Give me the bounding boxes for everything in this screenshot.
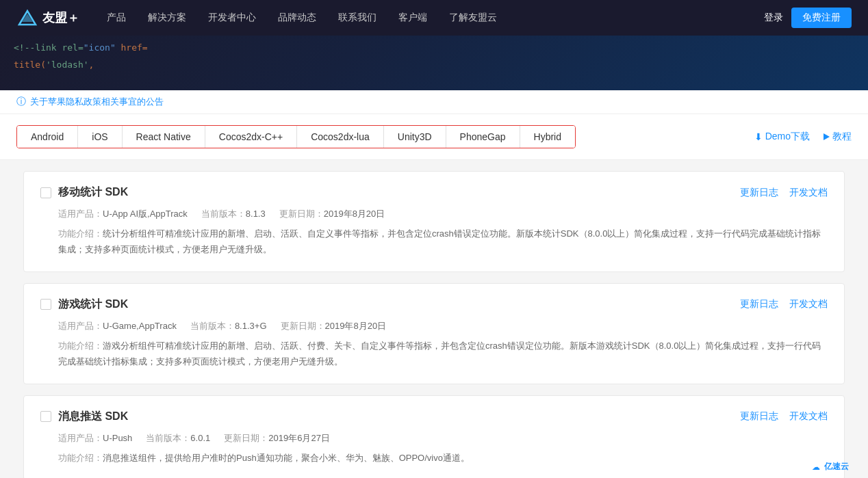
sdk-links-1: 更新日志 开发文档 bbox=[740, 187, 828, 199]
sdk-version-label-1: 当前版本： bbox=[201, 209, 246, 219]
sdk-product-value-1: U-App AI版,AppTrack bbox=[103, 209, 188, 219]
footer-bar: ☁ 亿速云 bbox=[806, 455, 854, 478]
tab-bar: Android iOS React Native Cocos2dx-C++ Co… bbox=[16, 125, 576, 148]
sdk-card-header-3: 消息推送 SDK 更新日志 开发文档 bbox=[40, 410, 828, 424]
tutorial-link[interactable]: 教程 bbox=[824, 131, 852, 143]
nav-products[interactable]: 产品 bbox=[107, 12, 126, 24]
sdk-version-value-2: 8.1.3+G bbox=[235, 321, 267, 331]
download-icon: ⬇ bbox=[754, 131, 763, 142]
sdk-desc-label-1: 功能介绍： bbox=[58, 228, 103, 239]
sdk-card-mobile-stats: 移动统计 SDK 更新日志 开发文档 适用产品：U-App AI版,AppTra… bbox=[23, 171, 845, 272]
sdk-docs-2[interactable]: 开发文档 bbox=[789, 298, 828, 310]
sdk-changelog-2[interactable]: 更新日志 bbox=[740, 298, 778, 310]
tab-react-native[interactable]: React Native bbox=[123, 126, 205, 148]
footer-logo-text: 亿速云 bbox=[824, 461, 849, 473]
sdk-docs-1[interactable]: 开发文档 bbox=[789, 187, 828, 199]
register-button[interactable]: 免费注册 bbox=[791, 8, 852, 28]
tab-cocos2dx-cpp[interactable]: Cocos2dx-C++ bbox=[205, 126, 297, 148]
sdk-version-value-3: 6.0.1 bbox=[190, 433, 210, 443]
tab-section: Android iOS React Native Cocos2dx-C++ Co… bbox=[0, 114, 868, 160]
hero-code: <!--link rel="icon" href= title('lodash'… bbox=[14, 41, 148, 72]
sdk-desc-1: 功能介绍：统计分析组件可精准统计应用的新增、启动、活跃、自定义事件等指标，并包含… bbox=[58, 226, 828, 258]
nav-solutions[interactable]: 解决方案 bbox=[148, 12, 186, 24]
sdk-date-value-2: 2019年8月20日 bbox=[325, 321, 387, 331]
sdk-version-label-2: 当前版本： bbox=[190, 321, 235, 331]
sdk-desc-label-3: 功能介绍： bbox=[58, 453, 103, 463]
sdk-desc-text-1: 统计分析组件可精准统计应用的新增、启动、活跃、自定义事件等指标，并包含定位cra… bbox=[58, 228, 821, 254]
main-content: 移动统计 SDK 更新日志 开发文档 适用产品：U-App AI版,AppTra… bbox=[0, 160, 868, 478]
nav-client[interactable]: 客户端 bbox=[398, 12, 427, 24]
sdk-date-label-2: 更新日期： bbox=[281, 321, 325, 331]
nav-about[interactable]: 了解友盟云 bbox=[449, 12, 497, 24]
tab-android[interactable]: Android bbox=[17, 126, 78, 148]
sdk-title-2: 游戏统计 SDK bbox=[58, 297, 128, 312]
sdk-date-label-3: 更新日期： bbox=[224, 433, 268, 443]
sdk-meta-3: 适用产品：U-Push 当前版本：6.0.1 更新日期：2019年6月27日 bbox=[58, 432, 828, 444]
sdk-version-label-3: 当前版本： bbox=[146, 433, 190, 443]
sdk-date-value-1: 2019年8月20日 bbox=[324, 209, 385, 219]
cloud-icon: ☁ bbox=[812, 462, 820, 472]
sdk-links-3: 更新日志 开发文档 bbox=[740, 410, 828, 423]
sdk-links-2: 更新日志 开发文档 bbox=[740, 298, 828, 310]
sdk-docs-3[interactable]: 开发文档 bbox=[789, 410, 828, 423]
logo[interactable]: 友盟＋ bbox=[16, 8, 79, 27]
navbar-actions: 登录 免费注册 bbox=[764, 8, 852, 28]
sdk-title-1: 移动统计 SDK bbox=[58, 185, 128, 200]
navbar-nav: 产品 解决方案 开发者中心 品牌动态 联系我们 客户端 了解友盟云 bbox=[107, 12, 764, 24]
play-icon bbox=[824, 133, 830, 140]
sdk-product-value-3: U-Push bbox=[103, 433, 132, 443]
sdk-changelog-3[interactable]: 更新日志 bbox=[740, 410, 778, 423]
sdk-meta-2: 适用产品：U-Game,AppTrack 当前版本：8.1.3+G 更新日期：2… bbox=[58, 320, 828, 332]
sdk-version-value-1: 8.1.3 bbox=[246, 209, 266, 219]
sdk-checkbox-2[interactable] bbox=[40, 299, 51, 310]
notice-bar: ⓘ 关于苹果隐私政策相关事宜的公告 bbox=[0, 90, 868, 114]
tab-cocos2dx-lua[interactable]: Cocos2dx-lua bbox=[297, 126, 384, 148]
tab-ios[interactable]: iOS bbox=[78, 126, 122, 148]
sdk-title-area-2: 游戏统计 SDK bbox=[40, 297, 128, 312]
sdk-product-label-2: 适用产品： bbox=[58, 321, 103, 331]
sdk-meta-1: 适用产品：U-App AI版,AppTrack 当前版本：8.1.3 更新日期：… bbox=[58, 208, 828, 220]
logo-icon bbox=[16, 8, 38, 27]
nav-developer[interactable]: 开发者中心 bbox=[208, 12, 256, 24]
sdk-checkbox-1[interactable] bbox=[40, 187, 51, 198]
sdk-card-header-2: 游戏统计 SDK 更新日志 开发文档 bbox=[40, 297, 828, 312]
nav-brand[interactable]: 品牌动态 bbox=[278, 12, 316, 24]
sdk-checkbox-3[interactable] bbox=[40, 411, 51, 422]
notice-link[interactable]: 关于苹果隐私政策相关事宜的公告 bbox=[30, 96, 164, 108]
navbar: 友盟＋ 产品 解决方案 开发者中心 品牌动态 联系我们 客户端 了解友盟云 登录… bbox=[0, 0, 868, 36]
sdk-title-3: 消息推送 SDK bbox=[58, 410, 128, 424]
sdk-desc-2: 功能介绍：游戏分析组件可精准统计应用的新增、启动、活跃、付费、关卡、自定义事件等… bbox=[58, 338, 828, 370]
sdk-desc-text-3: 消息推送组件，提供给用户准时的Push通知功能，聚合小米、华为、魅族、OPPO/… bbox=[103, 453, 470, 463]
hero-banner: <!--link rel="icon" href= title('lodash'… bbox=[0, 36, 868, 90]
sdk-desc-label-2: 功能介绍： bbox=[58, 341, 103, 351]
tab-actions: ⬇ Demo下载 教程 bbox=[754, 131, 852, 143]
sdk-changelog-1[interactable]: 更新日志 bbox=[740, 187, 778, 199]
tab-unity3d[interactable]: Unity3D bbox=[384, 126, 446, 148]
sdk-product-label-1: 适用产品： bbox=[58, 209, 103, 219]
sdk-date-label-1: 更新日期： bbox=[279, 209, 324, 219]
sdk-card-header-1: 移动统计 SDK 更新日志 开发文档 bbox=[40, 185, 828, 200]
demo-download-link[interactable]: ⬇ Demo下载 bbox=[754, 131, 810, 143]
sdk-desc-3: 功能介绍：消息推送组件，提供给用户准时的Push通知功能，聚合小米、华为、魅族、… bbox=[58, 450, 828, 466]
sdk-date-value-3: 2019年6月27日 bbox=[268, 433, 330, 443]
tab-phonegap[interactable]: PhoneGap bbox=[446, 126, 520, 148]
sdk-card-game-stats: 游戏统计 SDK 更新日志 开发文档 适用产品：U-Game,AppTrack … bbox=[23, 283, 845, 384]
sdk-card-push: 消息推送 SDK 更新日志 开发文档 适用产品：U-Push 当前版本：6.0.… bbox=[23, 395, 845, 478]
login-button[interactable]: 登录 bbox=[764, 12, 783, 24]
nav-contact[interactable]: 联系我们 bbox=[338, 12, 376, 24]
sdk-desc-text-2: 游戏分析组件可精准统计应用的新增、启动、活跃、付费、关卡、自定义事件等指标，并包… bbox=[58, 341, 821, 367]
info-icon: ⓘ bbox=[16, 96, 26, 108]
sdk-product-label-3: 适用产品： bbox=[58, 433, 103, 443]
tab-hybrid[interactable]: Hybrid bbox=[520, 126, 575, 148]
sdk-product-value-2: U-Game,AppTrack bbox=[103, 321, 177, 331]
sdk-title-area-3: 消息推送 SDK bbox=[40, 410, 128, 424]
sdk-title-area-1: 移动统计 SDK bbox=[40, 185, 128, 200]
